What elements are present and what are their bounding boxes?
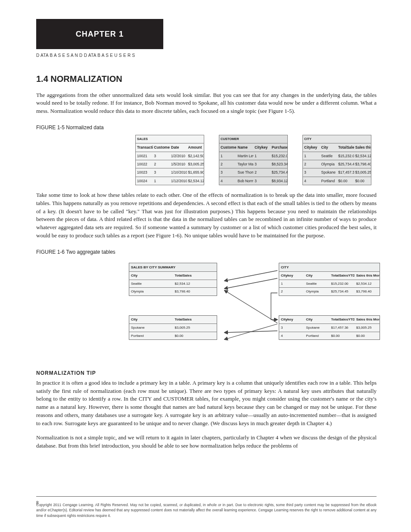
svg-line-0 bbox=[224, 271, 277, 281]
cell: 3 bbox=[279, 324, 304, 332]
section-heading: 1.4 NORMALIZATION bbox=[36, 73, 377, 85]
cell: 10021 bbox=[136, 152, 153, 160]
cell: $2,142.50 bbox=[187, 152, 204, 160]
cell: $1,655.90 bbox=[187, 168, 204, 176]
chapter-badge: CHAPTER 1 bbox=[36, 19, 163, 49]
table-title: CITY bbox=[279, 263, 380, 272]
table-row: Olympia$3,798.40 bbox=[129, 288, 217, 296]
column-header: City bbox=[129, 272, 173, 280]
fig5-table: SALESTransaction #CustomerkeyDateAmount1… bbox=[135, 135, 204, 185]
column-header: Citykey bbox=[253, 143, 271, 151]
table-row: Seattle$2,534.12 bbox=[129, 280, 217, 288]
running-header: D ATA B A S E S A N D D ATA B A S E U S … bbox=[36, 53, 377, 59]
closing-paragraph: Normalization is not a simple topic, and… bbox=[36, 434, 377, 450]
column-header: PurchaseYTD bbox=[271, 143, 288, 151]
table-row: 1Seattle$15,232.00$2,534.12 bbox=[303, 152, 371, 160]
chapter-number: 1 bbox=[119, 28, 124, 40]
figure-1-6: SALES BY CITY SUMMARYCityTotalSalesSeatt… bbox=[129, 259, 383, 358]
table-row: 2Olympia$25,734.45$3,798.40 bbox=[303, 160, 371, 168]
cell: 10022 bbox=[136, 160, 153, 168]
table-row: 1Seattle$15,232.00$2,534.12 bbox=[279, 280, 380, 288]
column-header: TotalSales bbox=[173, 272, 217, 280]
cell: $25,734.45 bbox=[337, 160, 354, 168]
cell: Sue Thomas bbox=[237, 168, 254, 176]
cell: Seattle bbox=[129, 280, 173, 288]
cell: 3 bbox=[253, 160, 271, 168]
cell: $3,005.25 bbox=[173, 324, 217, 332]
table-title: SALES BY CITY SUMMARY bbox=[129, 263, 217, 272]
paragraph-2: Take some time to look at how these tabl… bbox=[36, 191, 377, 240]
column-header: Transaction # bbox=[136, 143, 153, 151]
cell: $2,534.12 bbox=[173, 280, 217, 288]
cell: $8,523.34 bbox=[271, 160, 288, 168]
cell: $0.00 bbox=[355, 332, 380, 340]
table-row: 4Portland$0.00$0.00 bbox=[279, 332, 380, 340]
cell: $8,934.12 bbox=[271, 177, 288, 185]
column-header: TotalSalesYTD bbox=[330, 316, 355, 324]
cell: 1 bbox=[153, 177, 170, 185]
cell: Spokane bbox=[320, 168, 337, 176]
cell: $0.00 bbox=[330, 332, 355, 340]
figure-1-5-caption: FIGURE 1-5 Normalized data bbox=[36, 124, 377, 131]
cell: 2 bbox=[303, 160, 320, 168]
cell: 1/12/2010 bbox=[170, 177, 187, 185]
column-header: City bbox=[129, 316, 173, 324]
copyright-footer: Copyright 2011 Cengage Learning. All Rig… bbox=[36, 502, 377, 518]
cell: 2 bbox=[153, 160, 170, 168]
column-header: City bbox=[304, 316, 329, 324]
fig5-table: CUSTOMERCustomerkeyNameCitykeyPurchaseYT… bbox=[219, 135, 288, 185]
cell: 10024 bbox=[136, 177, 153, 185]
cell: 4 bbox=[279, 332, 304, 340]
cell: 1 bbox=[303, 152, 320, 160]
table-row: 4Bob Norman3$8,934.12 bbox=[219, 177, 287, 185]
cell: $17,457.36 bbox=[337, 168, 354, 176]
cell: $0.00 bbox=[173, 332, 217, 340]
fig6-table: CitykeyCityTotalSalesYTDSales this Month… bbox=[279, 315, 380, 340]
cell: $15,232.00 bbox=[337, 152, 354, 160]
column-header: TotalSalesYTD bbox=[337, 143, 354, 151]
cell: $17,457.36 bbox=[330, 324, 355, 332]
cell: $3,798.40 bbox=[355, 288, 380, 296]
table-row: 3Spokane$17,457.36$3,005.25 bbox=[303, 168, 371, 177]
cell: Taylor Martinsen bbox=[237, 160, 254, 168]
cell: Portland bbox=[129, 332, 173, 340]
table-row: 4Portland$0.00$0.00 bbox=[303, 177, 371, 185]
svg-line-2 bbox=[224, 290, 277, 323]
column-header: Customerkey bbox=[219, 143, 237, 151]
cell: Portland bbox=[304, 332, 329, 340]
column-header: Date bbox=[170, 143, 187, 151]
cell: $25,734.45 bbox=[271, 168, 288, 176]
cell: 1 bbox=[279, 280, 304, 288]
fig6-table: CityTotalSalesSpokane$3,005.25Portland$0… bbox=[129, 315, 217, 340]
cell: 2 bbox=[219, 160, 237, 168]
cell: Seattle bbox=[304, 280, 329, 288]
column-header: Amount bbox=[187, 143, 204, 151]
svg-line-4 bbox=[224, 324, 277, 339]
table-row: 1002331/10/2010$1,655.90 bbox=[136, 168, 204, 177]
table-row: 3Spokane$17,457.36$3,005.25 bbox=[279, 324, 380, 332]
figure-1-6-caption: FIGURE 1-6 Two aggregate tables bbox=[36, 249, 377, 256]
column-header: Sales this Month bbox=[355, 272, 380, 280]
cell: 10023 bbox=[136, 168, 153, 176]
cell: $15,232.00 bbox=[271, 152, 288, 160]
cell: 3 bbox=[253, 177, 271, 185]
cell: Olympia bbox=[304, 288, 329, 296]
cell: $3,005.25 bbox=[187, 160, 204, 168]
cell: $0.00 bbox=[354, 177, 371, 185]
table-title: SALES bbox=[136, 135, 204, 143]
cell: $2,534.12 bbox=[355, 280, 380, 288]
table-title: CUSTOMER bbox=[219, 135, 287, 143]
tip-body: In practice it is often a good idea to i… bbox=[36, 379, 377, 428]
cell: 3 bbox=[153, 168, 170, 176]
chapter-label: CHAPTER bbox=[76, 28, 116, 40]
fig6-table: CITYCitykeyCityTotalSalesYTDSales this M… bbox=[279, 263, 380, 296]
cell: $0.00 bbox=[337, 177, 354, 185]
cell: Olympia bbox=[320, 160, 337, 168]
cell: $3,798.40 bbox=[173, 288, 217, 296]
column-header: TotalSales bbox=[173, 316, 217, 324]
table-row: 2Olympia$25,734.45$3,798.40 bbox=[279, 288, 380, 296]
cell: Olympia bbox=[129, 288, 173, 296]
cell: $3,005.25 bbox=[355, 324, 380, 332]
cell: 1 bbox=[219, 152, 237, 160]
column-header: TotalSalesYTD bbox=[330, 272, 355, 280]
